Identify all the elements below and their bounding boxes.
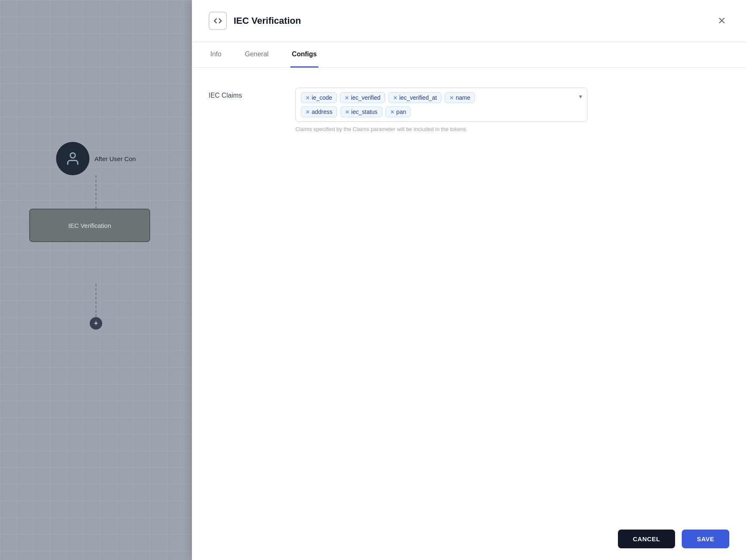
save-button[interactable]: SAVE	[682, 530, 729, 548]
tag-iec-verified: ✕ iec_verified	[340, 92, 385, 103]
user-icon	[65, 151, 80, 166]
tab-configs[interactable]: Configs	[290, 42, 319, 68]
tag-iec-verified-label: iec_verified	[351, 94, 381, 101]
iec-node-label: IEC Verification	[68, 222, 111, 229]
tag-pan: ✕ pan	[386, 106, 411, 117]
user-node-label: After User Con	[94, 155, 136, 162]
code-icon-button[interactable]	[209, 12, 227, 30]
modal-panel: IEC Verification ✕ Info General Configs …	[192, 0, 746, 560]
tag-iec-status: ✕ iec_status	[340, 106, 382, 117]
iec-claims-field: ✕ ie_code ✕ iec_verified ✕ iec_verified_…	[295, 88, 587, 132]
close-button[interactable]: ✕	[714, 13, 729, 28]
tag-iec-verified-at-remove[interactable]: ✕	[393, 95, 398, 101]
claims-tags-row: ✕ ie_code ✕ iec_verified ✕ iec_verified_…	[301, 92, 582, 103]
modal-header: IEC Verification ✕	[192, 0, 746, 42]
tag-ie-code: ✕ ie_code	[301, 92, 337, 103]
tag-ie-code-remove[interactable]: ✕	[305, 95, 310, 101]
tag-address-remove[interactable]: ✕	[305, 109, 310, 115]
code-icon	[214, 17, 222, 25]
tag-iec-verified-remove[interactable]: ✕	[345, 95, 349, 101]
iec-claims-row: IEC Claims ✕ ie_code ✕ iec_verified	[209, 88, 729, 132]
modal-content: IEC Claims ✕ ie_code ✕ iec_verified	[192, 68, 746, 518]
dashed-connector-top	[96, 175, 96, 209]
tab-general[interactable]: General	[243, 42, 270, 68]
tag-name-label: name	[456, 94, 470, 101]
tag-iec-verified-at: ✕ iec_verified_at	[388, 92, 441, 103]
tag-address-label: address	[312, 108, 333, 115]
iec-verification-node[interactable]: IEC Verification	[29, 209, 150, 242]
modal-title: IEC Verification	[234, 15, 708, 26]
claims-tags-input[interactable]: ✕ ie_code ✕ iec_verified ✕ iec_verified_…	[295, 88, 587, 122]
tab-info[interactable]: Info	[209, 42, 223, 68]
add-step-button[interactable]: +	[90, 317, 102, 330]
claims-hint: Claims specified by the Claims parameter…	[295, 126, 587, 132]
tag-pan-label: pan	[396, 108, 406, 115]
modal-footer: CANCEL SAVE	[192, 518, 746, 560]
tag-iec-status-label: iec_status	[351, 108, 378, 115]
tag-iec-status-remove[interactable]: ✕	[345, 109, 350, 115]
workflow-user-node: After User Con	[56, 142, 136, 175]
claims-dropdown-arrow[interactable]: ▾	[579, 93, 582, 100]
dashed-connector-bottom	[96, 284, 96, 321]
workflow-panel: After User Con IEC Verification +	[0, 0, 192, 560]
workflow-canvas: After User Con IEC Verification +	[0, 0, 192, 560]
claims-tags-row-2: ✕ address ✕ iec_status ✕ pan	[301, 106, 582, 117]
modal-tabs: Info General Configs	[192, 42, 746, 68]
tag-name-remove[interactable]: ✕	[449, 95, 454, 101]
iec-claims-label: IEC Claims	[209, 88, 275, 99]
svg-point-0	[70, 153, 75, 158]
tag-iec-verified-at-label: iec_verified_at	[399, 94, 437, 101]
user-circle	[56, 142, 89, 175]
cancel-button[interactable]: CANCEL	[618, 530, 675, 548]
tag-pan-remove[interactable]: ✕	[390, 109, 395, 115]
tag-name: ✕ name	[445, 92, 475, 103]
tag-ie-code-label: ie_code	[312, 94, 332, 101]
tag-address: ✕ address	[301, 106, 337, 117]
